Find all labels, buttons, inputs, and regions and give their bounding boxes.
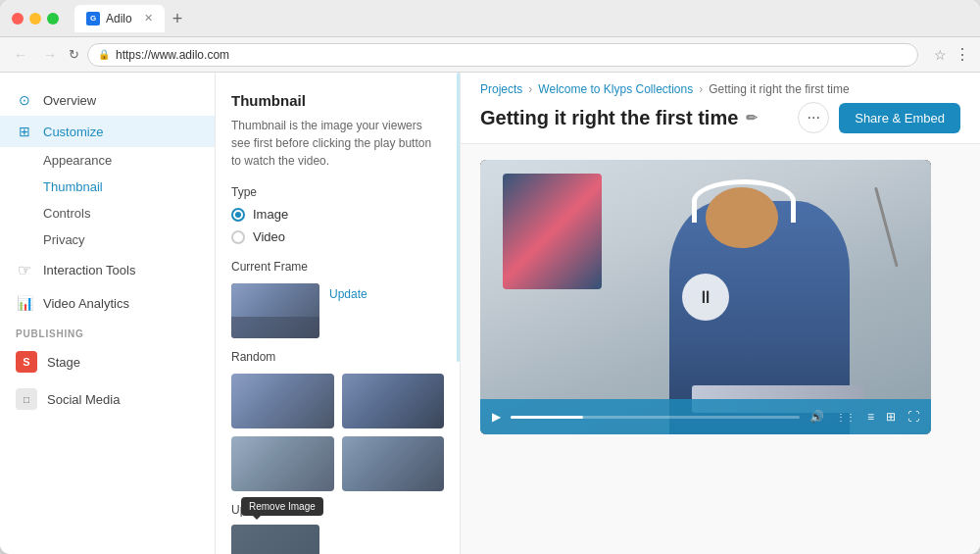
publishing-section-header: PUBLISHING [0, 319, 215, 343]
video-player[interactable]: ⏸ ▶ 🔊 ⋮⋮ ≡ ⊞ ⛶ [480, 160, 931, 434]
type-label: Type [231, 185, 444, 199]
thumbnail-panel: Thumbnail Thumbnail is the image your vi… [216, 73, 461, 554]
sidebar: ⊙ Overview ⊞ Customize Appearance Thumbn… [0, 73, 216, 554]
sidebar-item-video-analytics[interactable]: 📊 Video Analytics [0, 287, 215, 319]
share-control-button[interactable]: ⋮⋮ [834, 410, 858, 425]
share-embed-button[interactable]: Share & Embed [839, 103, 960, 133]
sidebar-item-stage[interactable]: S Stage [0, 343, 215, 380]
header-actions: ··· Share & Embed [798, 102, 960, 133]
appearance-label: Appearance [43, 153, 112, 168]
maximize-button[interactable] [47, 13, 59, 25]
sidebar-item-customize[interactable]: ⊞ Customize [0, 116, 215, 147]
breadcrumb-projects[interactable]: Projects [480, 82, 522, 96]
sidebar-item-social-media[interactable]: □ Social Media [0, 380, 215, 418]
current-frame-row: Update [231, 283, 444, 338]
bookmark-button[interactable]: ☆ [934, 47, 947, 63]
upload-section: Upload Remove Image ✓ [231, 503, 444, 554]
volume-button[interactable]: 🔊 [808, 408, 826, 426]
url-text: https://www.adilo.com [116, 48, 229, 62]
breadcrumb: Projects › Welcome to Klyps Collections … [480, 82, 960, 96]
privacy-label: Privacy [43, 232, 85, 247]
breadcrumb-sep-2: › [699, 82, 703, 96]
forward-button[interactable]: → [39, 45, 61, 65]
radio-image[interactable]: Image [231, 207, 444, 222]
update-link[interactable]: Update [329, 287, 368, 301]
pause-icon: ⏸ [697, 287, 714, 308]
traffic-lights [12, 13, 59, 25]
sidebar-label-interaction-tools: Interaction Tools [43, 263, 135, 277]
customize-icon: ⊞ [16, 124, 33, 139]
type-radio-group: Image Video [231, 207, 444, 244]
breadcrumb-collection[interactable]: Welcome to Klyps Collections [538, 82, 693, 96]
titlebar: G Adilo ✕ + [0, 0, 980, 37]
social-media-icon: □ [16, 388, 37, 410]
sidebar-item-interaction-tools[interactable]: ☞ Interaction Tools [0, 253, 215, 287]
panel-description: Thumbnail is the image your viewers see … [231, 117, 444, 170]
back-button[interactable]: ← [10, 45, 31, 65]
video-overlay: ⏸ [480, 160, 931, 434]
url-bar[interactable]: 🔒 https://www.adilo.com [87, 43, 918, 67]
fullscreen-button[interactable]: ⛶ [906, 408, 921, 426]
right-panel: Projects › Welcome to Klyps Collections … [461, 73, 980, 554]
thumbnail-label: Thumbnail [43, 179, 103, 194]
lock-icon: 🔒 [98, 49, 110, 60]
sidebar-sub-privacy[interactable]: Privacy [0, 227, 215, 253]
radio-video-label: Video [253, 229, 285, 244]
current-frame-image [231, 283, 319, 338]
new-tab-button[interactable]: + [172, 10, 183, 27]
upload-thumb-container: Remove Image ✓ [231, 525, 319, 554]
video-container: ⏸ ▶ 🔊 ⋮⋮ ≡ ⊞ ⛶ [461, 144, 980, 554]
progress-fill [511, 416, 583, 419]
current-frame-thumbnail[interactable] [231, 283, 319, 338]
sidebar-sub-thumbnail[interactable]: Thumbnail [0, 174, 215, 200]
playlist-button[interactable]: ≡ [865, 408, 876, 426]
active-tab[interactable]: G Adilo ✕ [74, 5, 165, 32]
page-title: Getting it right the first time ✏ [480, 107, 758, 129]
breadcrumb-sep-1: › [528, 82, 532, 96]
progress-bar[interactable] [511, 416, 800, 419]
reload-button[interactable]: ↻ [69, 47, 79, 62]
sidebar-label-customize: Customize [43, 125, 103, 139]
random-thumb-3[interactable] [231, 436, 334, 491]
random-thumbnails-grid [231, 374, 444, 491]
current-frame-label: Current Frame [231, 260, 444, 274]
interaction-tools-icon: ☞ [16, 261, 33, 279]
tab-title: Adilo [106, 12, 132, 25]
more-dots-icon: ··· [808, 109, 820, 126]
sidebar-sub-controls[interactable]: Controls [0, 200, 215, 227]
chapters-button[interactable]: ⊞ [884, 408, 898, 426]
right-header: Projects › Welcome to Klyps Collections … [461, 73, 980, 144]
browser-window: G Adilo ✕ + ← → ↻ 🔒 https://www.adilo.co… [0, 0, 980, 554]
tab-favicon: G [86, 12, 100, 25]
video-controls-bar: ▶ 🔊 ⋮⋮ ≡ ⊞ ⛶ [480, 399, 931, 434]
more-options-button[interactable]: ··· [798, 102, 829, 133]
edit-title-icon[interactable]: ✏ [746, 110, 758, 126]
random-thumb-1[interactable] [231, 374, 334, 428]
controls-label: Controls [43, 206, 90, 221]
breadcrumb-current: Getting it right the first time [709, 82, 849, 96]
sidebar-label-stage: Stage [47, 355, 80, 370]
main-content: ⊙ Overview ⊞ Customize Appearance Thumbn… [0, 73, 980, 554]
radio-image-label: Image [253, 207, 288, 222]
random-thumb-2[interactable] [342, 374, 445, 428]
radio-video-circle [231, 230, 245, 244]
radio-video[interactable]: Video [231, 229, 444, 244]
overview-icon: ⊙ [16, 92, 33, 108]
play-button[interactable]: ▶ [490, 408, 503, 426]
random-thumb-4[interactable] [342, 436, 445, 491]
minimize-button[interactable] [29, 13, 41, 25]
sidebar-label-social-media: Social Media [47, 392, 120, 407]
play-pause-button[interactable]: ⏸ [682, 274, 729, 321]
browser-menu-button[interactable]: ⋮ [955, 45, 970, 64]
close-button[interactable] [12, 13, 24, 25]
sidebar-label-overview: Overview [43, 93, 96, 108]
tab-close-icon[interactable]: ✕ [144, 12, 153, 25]
upload-thumbnail[interactable]: ✓ [231, 525, 319, 554]
sidebar-label-video-analytics: Video Analytics [43, 296, 129, 311]
sidebar-sub-appearance[interactable]: Appearance [0, 147, 215, 174]
radio-image-circle [231, 208, 245, 222]
remove-image-tooltip: Remove Image [241, 497, 323, 516]
page-title-text: Getting it right the first time [480, 107, 738, 129]
sidebar-item-overview[interactable]: ⊙ Overview [0, 84, 215, 116]
page-header-row: Getting it right the first time ✏ ··· Sh… [480, 102, 960, 133]
